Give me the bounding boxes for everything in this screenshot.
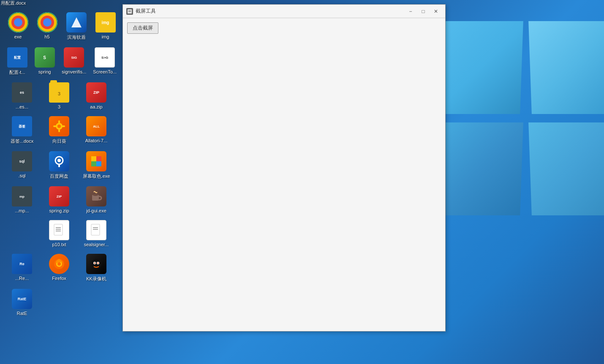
icon-img[interactable]: img img — [93, 10, 118, 43]
icon-springzip[interactable]: ZIP spring.zip — [42, 184, 76, 216]
xiangrikui-label: 向日葵 — [52, 138, 66, 144]
xiangrikui-icon — [49, 116, 69, 136]
h5-label: h5 — [44, 34, 49, 39]
binhai-icon — [66, 12, 87, 33]
icon-rate[interactable]: RatE RatE — [5, 286, 39, 318]
svg-marker-0 — [71, 17, 82, 27]
exe-label: exe — [14, 34, 22, 39]
icon-xiangrikui[interactable]: 向日葵 — [42, 114, 76, 147]
icon-screento[interactable]: S>G ScreenTo... — [91, 45, 118, 78]
icon-row-3: 器签 器签...docx 向日葵 — [5, 114, 118, 147]
exe-icon — [8, 12, 28, 33]
h5-icon — [37, 12, 57, 33]
icon-es[interactable]: es ...es... — [5, 80, 39, 112]
svg-point-8 — [57, 159, 61, 162]
re-icon: Re — [12, 254, 32, 274]
icon-re[interactable]: Re ...Re... — [5, 251, 39, 285]
img-icon: img — [95, 12, 116, 33]
icon-baidu[interactable]: 百度网盘 — [42, 149, 76, 182]
icon-row-8: RatE RatE — [5, 286, 118, 318]
app-window-jieping: 截屏工具 − □ ✕ 点击截屏 — [122, 4, 446, 331]
jdgui-icon — [86, 186, 106, 206]
icon-folder3[interactable]: 3 3 — [42, 80, 76, 112]
aazip-label: aa.zip — [90, 104, 102, 109]
minimize-button[interactable]: − — [405, 7, 416, 16]
sql-label: .sql — [18, 173, 25, 178]
colorpick-label: 屏幕取色.exe — [83, 173, 110, 179]
aazip-icon: ZIP — [86, 82, 106, 103]
allatori-icon: ALL — [86, 116, 106, 136]
firefox-label: Firefox — [52, 276, 66, 281]
kk-label: KK录像机 — [86, 276, 106, 282]
svg-rect-10 — [91, 156, 96, 161]
icon-firefox[interactable]: Firefox — [42, 251, 76, 285]
signverif-icon: SIG — [64, 47, 84, 68]
window-controls: − □ ✕ — [405, 7, 442, 16]
mp-label: ...mp... — [15, 208, 29, 213]
icon-signverif[interactable]: SIG signverifis... — [60, 45, 88, 78]
icon-allatori[interactable]: ALL Allatori-7... — [79, 114, 113, 147]
allatori-label: Allatori-7... — [85, 138, 108, 143]
win-logo-pane-tl — [443, 21, 523, 114]
icon-aazip[interactable]: ZIP aa.zip — [79, 80, 113, 112]
icon-exe[interactable]: exe — [5, 10, 31, 43]
icon-row-0: exe h5 滨海软盾 img img — [5, 10, 118, 43]
icon-row-2: es ...es... 3 3 ZIP aa.zip — [5, 80, 118, 112]
windows-logo-area — [443, 0, 604, 364]
icon-conf[interactable]: 配置 配置-t... — [5, 45, 29, 78]
svg-rect-9 — [58, 164, 60, 167]
close-button[interactable]: ✕ — [430, 7, 442, 16]
es-label: ...es... — [16, 104, 28, 109]
icon-jdgui[interactable]: jd-gui.exe — [79, 184, 113, 216]
svg-rect-11 — [96, 156, 101, 161]
svg-point-29 — [94, 263, 95, 264]
svg-point-2 — [57, 125, 61, 128]
screento-icon: S>G — [95, 47, 115, 68]
win-logo-pane-bl — [443, 122, 523, 215]
win-logo-pane-br — [528, 122, 604, 215]
icon-row-5: mp ...mp... ZIP spring.zip — [5, 184, 118, 216]
window-small-icon — [126, 8, 133, 15]
svg-point-15 — [93, 193, 98, 196]
icon-binhai[interactable]: 滨海软盾 — [63, 10, 89, 43]
spring-label: spring — [38, 69, 51, 74]
sql-icon: sql — [12, 151, 32, 171]
svg-rect-6 — [62, 125, 65, 127]
icon-spring[interactable]: S spring — [33, 45, 57, 78]
desktop-icons-area: 用配置.docx exe h5 滨海软盾 img — [0, 0, 122, 364]
springzip-icon: ZIP — [49, 186, 69, 206]
spring-icon: S — [35, 47, 55, 68]
icon-p10[interactable]: p10.txt — [42, 217, 76, 250]
icon-qigear[interactable]: 器签 器签...docx — [5, 114, 39, 147]
top-partial-label: 用配置.docx — [1, 0, 26, 6]
qigear-icon: 器签 — [12, 116, 32, 136]
icon-sql[interactable]: sql .sql — [5, 149, 39, 182]
rate-label: RatE — [17, 311, 27, 316]
baidu-icon — [49, 151, 69, 171]
win-logo-pane-tr — [528, 21, 604, 114]
jdgui-label: jd-gui.exe — [86, 208, 106, 213]
capture-button[interactable]: 点击截屏 — [127, 22, 158, 34]
qigear-label: 器签...docx — [11, 138, 33, 144]
icon-mp[interactable]: mp ...mp... — [5, 184, 39, 216]
icon-h5[interactable]: h5 — [34, 10, 60, 43]
colorpick-icon — [86, 151, 106, 171]
p10-label: p10.txt — [52, 242, 66, 247]
mp-icon: mp — [12, 186, 32, 206]
icon-sealsigner[interactable]: sealsigner... — [79, 217, 113, 250]
svg-rect-13 — [96, 161, 101, 166]
signverif-label: signverifis... — [62, 69, 86, 74]
icon-kk[interactable]: KK录像机 — [79, 251, 113, 285]
window-content: 点击截屏 — [123, 18, 445, 331]
baidu-label: 百度网盘 — [50, 173, 68, 179]
binhai-label: 滨海软盾 — [67, 34, 86, 41]
sealsigner-icon — [86, 220, 106, 240]
es-icon: es — [12, 82, 32, 103]
maximize-button[interactable]: □ — [417, 7, 429, 16]
icon-colorpick[interactable]: 屏幕取色.exe — [79, 149, 113, 182]
svg-point-30 — [98, 263, 99, 264]
svg-rect-33 — [128, 11, 131, 12]
icon-row-4: sql .sql 百度网盘 — [5, 149, 118, 182]
firefox-icon — [49, 254, 69, 274]
folder3-label: 3 — [58, 104, 60, 109]
